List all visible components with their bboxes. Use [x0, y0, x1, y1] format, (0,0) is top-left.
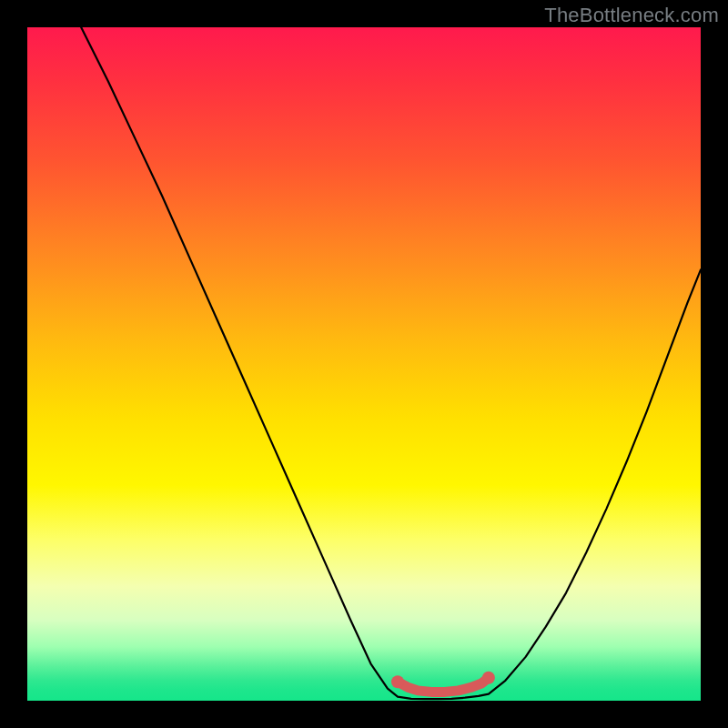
- optimal-range-marker: [398, 678, 489, 693]
- marker-endpoint: [391, 675, 404, 688]
- chart-frame: TheBottleneck.com: [0, 0, 728, 728]
- bottleneck-curve: [81, 27, 701, 699]
- curve-layer: [81, 27, 701, 699]
- marker-layer: [391, 672, 495, 693]
- watermark-text: TheBottleneck.com: [544, 4, 719, 27]
- chart-svg: [27, 27, 701, 701]
- marker-endpoint: [482, 672, 495, 684]
- plot-area: [27, 27, 701, 701]
